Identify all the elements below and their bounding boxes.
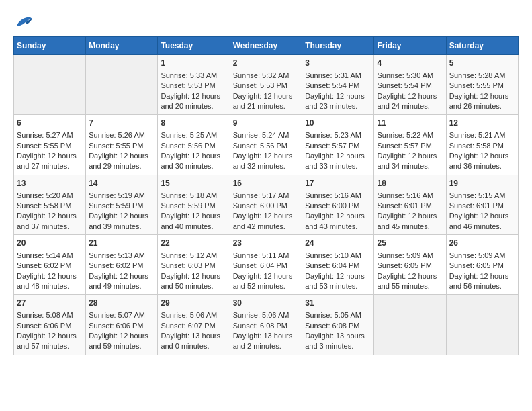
sunrise-text: Sunrise: 5:10 AM [305,251,361,259]
sunrise-text: Sunrise: 5:28 AM [449,71,506,79]
day-number: 27 [17,298,83,309]
daylight-text: Daylight: 12 hours and 33 minutes. [305,152,365,170]
calendar-table: Sunday Monday Tuesday Wednesday Thursday… [13,36,519,355]
daylight-text: Daylight: 13 hours and 2 minutes. [233,332,293,350]
sunset-text: Sunset: 6:02 PM [89,261,143,269]
daylight-text: Daylight: 12 hours and 27 minutes. [17,152,77,170]
sunset-text: Sunset: 6:04 PM [305,261,359,269]
sunset-text: Sunset: 6:08 PM [233,322,287,330]
calendar-cell: 6Sunrise: 5:27 AMSunset: 5:55 PMDaylight… [14,115,86,175]
calendar-cell: 30Sunrise: 5:06 AMSunset: 6:08 PMDayligh… [230,295,302,355]
sunset-text: Sunset: 6:00 PM [233,201,287,210]
daylight-text: Daylight: 12 hours and 45 minutes. [377,212,437,230]
sunset-text: Sunset: 5:54 PM [377,81,431,89]
calendar-cell: 26Sunrise: 5:09 AMSunset: 6:05 PMDayligh… [446,235,518,295]
calendar-cell: 15Sunrise: 5:18 AMSunset: 5:59 PMDayligh… [158,175,230,234]
sunset-text: Sunset: 5:56 PM [161,142,215,150]
calendar-cell: 1Sunrise: 5:33 AMSunset: 5:53 PMDaylight… [158,55,230,115]
sunset-text: Sunset: 6:00 PM [305,201,359,210]
daylight-text: Daylight: 13 hours and 3 minutes. [305,332,365,350]
day-number: 8 [161,118,226,129]
calendar-cell: 27Sunrise: 5:08 AMSunset: 6:06 PMDayligh… [14,295,86,355]
sunrise-text: Sunrise: 5:19 AM [89,191,145,199]
sunset-text: Sunset: 5:53 PM [161,81,215,89]
calendar-cell: 8Sunrise: 5:25 AMSunset: 5:56 PMDaylight… [158,115,230,175]
sunrise-text: Sunrise: 5:06 AM [233,311,290,319]
sunrise-text: Sunrise: 5:16 AM [305,191,361,199]
day-number: 5 [449,58,515,69]
calendar-cell: 24Sunrise: 5:10 AMSunset: 6:04 PMDayligh… [302,235,374,295]
header-tuesday: Tuesday [158,37,230,55]
sunrise-text: Sunrise: 5:05 AM [305,311,361,319]
daylight-text: Daylight: 12 hours and 21 minutes. [233,92,293,110]
sunset-text: Sunset: 5:55 PM [89,142,143,150]
daylight-text: Daylight: 12 hours and 57 minutes. [17,332,77,350]
daylight-text: Daylight: 12 hours and 29 minutes. [89,152,148,170]
daylight-text: Daylight: 12 hours and 42 minutes. [233,212,293,230]
day-number: 3 [305,58,371,69]
header-saturday: Saturday [446,37,518,55]
calendar-cell [86,55,158,115]
calendar-week-row: 13Sunrise: 5:20 AMSunset: 5:58 PMDayligh… [14,175,519,234]
day-number: 13 [17,178,83,189]
calendar-cell: 28Sunrise: 5:07 AMSunset: 6:06 PMDayligh… [86,295,158,355]
daylight-text: Daylight: 12 hours and 32 minutes. [233,152,293,170]
day-number: 17 [305,178,371,189]
daylight-text: Daylight: 12 hours and 46 minutes. [449,212,509,230]
sunrise-text: Sunrise: 5:27 AM [17,131,73,139]
day-number: 9 [233,118,300,129]
sunrise-text: Sunrise: 5:32 AM [233,71,290,79]
calendar-cell: 22Sunrise: 5:12 AMSunset: 6:03 PMDayligh… [158,235,230,295]
sunrise-text: Sunrise: 5:31 AM [305,71,361,79]
sunset-text: Sunset: 5:58 PM [449,142,504,150]
daylight-text: Daylight: 12 hours and 37 minutes. [17,212,77,230]
day-number: 24 [305,238,371,249]
calendar-week-row: 27Sunrise: 5:08 AMSunset: 6:06 PMDayligh… [14,295,519,355]
calendar-cell: 14Sunrise: 5:19 AMSunset: 5:59 PMDayligh… [86,175,158,234]
sunset-text: Sunset: 5:59 PM [161,201,215,210]
day-number: 29 [161,298,226,309]
daylight-text: Daylight: 12 hours and 49 minutes. [89,272,148,290]
calendar-cell: 20Sunrise: 5:14 AMSunset: 6:02 PMDayligh… [14,235,86,295]
sunrise-text: Sunrise: 5:15 AM [449,191,506,199]
calendar-cell: 31Sunrise: 5:05 AMSunset: 6:08 PMDayligh… [302,295,374,355]
sunset-text: Sunset: 6:05 PM [377,261,431,269]
sunset-text: Sunset: 6:08 PM [305,322,359,330]
day-number: 30 [233,298,300,309]
calendar-cell [446,295,518,355]
calendar-week-row: 6Sunrise: 5:27 AMSunset: 5:55 PMDaylight… [14,115,519,175]
daylight-text: Daylight: 12 hours and 50 minutes. [161,272,220,290]
header-thursday: Thursday [302,37,374,55]
calendar-cell: 11Sunrise: 5:22 AMSunset: 5:57 PMDayligh… [374,115,446,175]
sunrise-text: Sunrise: 5:09 AM [449,251,506,259]
daylight-text: Daylight: 13 hours and 0 minutes. [161,332,220,350]
sunrise-text: Sunrise: 5:13 AM [89,251,145,259]
header-sunday: Sunday [14,37,86,55]
day-number: 11 [377,118,443,129]
day-number: 2 [233,58,300,69]
sunset-text: Sunset: 5:54 PM [305,81,359,89]
calendar-week-row: 1Sunrise: 5:33 AMSunset: 5:53 PMDaylight… [14,55,519,115]
calendar-cell: 29Sunrise: 5:06 AMSunset: 6:07 PMDayligh… [158,295,230,355]
sunrise-text: Sunrise: 5:22 AM [377,131,433,139]
calendar-cell: 18Sunrise: 5:16 AMSunset: 6:01 PMDayligh… [374,175,446,234]
day-number: 18 [377,178,443,189]
calendar-cell: 7Sunrise: 5:26 AMSunset: 5:55 PMDaylight… [86,115,158,175]
sunset-text: Sunset: 5:57 PM [377,142,431,150]
sunrise-text: Sunrise: 5:23 AM [305,131,361,139]
calendar-cell: 13Sunrise: 5:20 AMSunset: 5:58 PMDayligh… [14,175,86,234]
sunrise-text: Sunrise: 5:11 AM [233,251,290,259]
calendar-cell: 25Sunrise: 5:09 AMSunset: 6:05 PMDayligh… [374,235,446,295]
sunrise-text: Sunrise: 5:30 AM [377,71,433,79]
sunset-text: Sunset: 6:04 PM [233,261,287,269]
sunset-text: Sunset: 6:02 PM [17,261,71,269]
sunrise-text: Sunrise: 5:12 AM [161,251,217,259]
day-number: 25 [377,238,443,249]
daylight-text: Daylight: 12 hours and 48 minutes. [17,272,77,290]
sunset-text: Sunset: 6:01 PM [449,201,504,210]
day-number: 6 [17,118,83,129]
sunrise-text: Sunrise: 5:18 AM [161,191,217,199]
sunrise-text: Sunrise: 5:33 AM [161,71,217,79]
day-number: 15 [161,178,226,189]
sunrise-text: Sunrise: 5:25 AM [161,131,217,139]
